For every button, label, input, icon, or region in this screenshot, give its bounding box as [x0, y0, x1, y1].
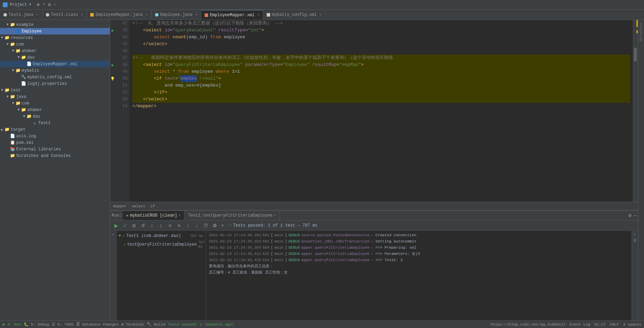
tree-item-dao2[interactable]: ▼ 📁 dao — [0, 113, 110, 120]
code-text — [132, 75, 154, 82]
tab-test1-java[interactable]: Test1.java × — [0, 10, 42, 20]
prev-button[interactable]: ↑ — [184, 222, 192, 229]
code-area[interactable]: <!-- %, 直询忘关有多少条员工数据（这1行以下熟练（来回查询) --> <… — [130, 20, 633, 202]
todo-status-icon[interactable]: ☰ 6: TODO — [52, 322, 73, 327]
stop-button[interactable]: ⊘ — [130, 222, 138, 229]
breadcrumb-separator: › — [147, 204, 149, 208]
gutter-item — [110, 54, 115, 61]
line-ending[interactable]: CRLF — [610, 322, 619, 327]
tree-item-com1[interactable]: ▼ 📁 com — [0, 41, 110, 48]
tab-close-icon[interactable]: × — [81, 13, 83, 17]
class-file-icon — [46, 13, 49, 17]
tab-close-icon[interactable]: × — [195, 13, 198, 17]
tree-item-scratches[interactable]: 📁 Scratches and Consoles — [0, 152, 110, 159]
tab-close-icon[interactable]: × — [319, 13, 322, 17]
run-tab-label: mybatisCRUD [clean] — [130, 213, 177, 218]
add-icon[interactable]: ⊕ — [36, 2, 40, 8]
csdn-url[interactable]: https://blog.csdn.net/qq_41868117 — [491, 322, 566, 327]
code-line: and emp_sex=#{empSex} — [132, 82, 630, 89]
run-log[interactable]: 2021-02-23 17:24:45,382 591 [ main ] DEB… — [206, 231, 632, 320]
test-tree-item-test1[interactable]: ▼ ✓ Test1 (com.ahdeer.dao) 787 ms — [116, 232, 206, 239]
settings-icon[interactable]: ⚙ — [628, 212, 631, 218]
scrollbar-thumb[interactable] — [634, 48, 637, 61]
split-icon[interactable]: ÷ — [42, 2, 46, 8]
line-num: 54 — [117, 103, 127, 110]
minus-icon[interactable]: — — [634, 213, 636, 218]
structure-panel-icon[interactable]: Structure — [639, 23, 643, 41]
tab-employeemapper-xml[interactable]: EmployeeMapper.xml × — [201, 10, 263, 20]
next-button[interactable]: ↓ — [193, 222, 201, 229]
tree-item-pom[interactable]: 📋 pom.xml — [0, 139, 110, 146]
run-status-icon[interactable]: ▶ 4: Run — [3, 322, 21, 327]
test-tree-item-method[interactable]: ✓ testQueryFitCriteriaEmployee 787 ms — [116, 239, 206, 250]
filter-button[interactable]: ↕ — [157, 222, 165, 229]
terminal-icon[interactable]: ⊞ Terminal — [121, 322, 144, 327]
tab-close-icon[interactable]: × — [36, 13, 39, 17]
minimize-icon[interactable]: — — [53, 2, 57, 8]
tree-item-com2[interactable]: ▼ 📁 com — [0, 100, 110, 107]
run-button[interactable]: ▶ — [112, 222, 120, 229]
build-icon[interactable]: 🔨 Build — [147, 322, 165, 327]
tree-item-example[interactable]: ▼ 📁 example — [0, 21, 110, 28]
tree-item-log4j[interactable]: 📄 log4j.properties — [0, 80, 110, 87]
tab-close-icon[interactable]: × — [178, 213, 181, 218]
tree-item-ahdeer1[interactable]: ▼ 📁 ahdeer — [0, 48, 110, 54]
rerun-button[interactable]: ↺ — [139, 222, 147, 229]
tab-employee-java[interactable]: Employee.java × — [152, 10, 201, 20]
expand-button[interactable]: ≡ — [166, 222, 174, 229]
breadcrumb: mapper › select › if — [110, 202, 638, 210]
breadcrumb-item-mapper[interactable]: mapper — [113, 204, 127, 208]
tree-label: test — [11, 88, 21, 93]
tab-close-icon[interactable]: × — [145, 13, 148, 17]
scrollbar-track[interactable] — [633, 20, 638, 202]
log-source: apper.queryFitCriteriaEmployee — [301, 251, 369, 257]
test-tree[interactable]: ▼ ✓ Test1 (com.ahdeer.dao) 787 ms ✓ test… — [116, 231, 206, 320]
tree-item-dao1[interactable]: ▼ 📁 dao — [0, 54, 110, 61]
tree-item-target[interactable]: ▶ 📁 target — [0, 126, 110, 133]
tree-item-employee[interactable]: 👤 Employee — [0, 28, 110, 34]
editor-content[interactable]: ▶ ▶ 💡 — [110, 20, 638, 202]
favorites-icon[interactable]: ★ — [634, 232, 636, 236]
run-tab-mybatiscrud[interactable]: ▶ mybatisCRUD [clean] × — [123, 211, 185, 220]
tree-item-test[interactable]: ▼ 📁 test — [0, 87, 110, 93]
breadcrumb-item-if[interactable]: if — [150, 204, 155, 208]
tree-item-mybatis[interactable]: ▼ 📁 mybatis — [0, 67, 110, 74]
tree-arrow: ▼ — [17, 56, 21, 59]
tree-arrow: ▼ — [11, 101, 15, 105]
log-bracket: ] — [285, 245, 287, 251]
tree-item-external-libraries[interactable]: 📚 External Libraries — [0, 146, 110, 152]
log-seq: 634 — [263, 257, 269, 263]
tree-item-axis-log[interactable]: 📄 axis.log — [0, 133, 110, 139]
sidebar-tree[interactable]: ▼ 📁 example 👤 Employee ▼ 📁 resources ▼ 📁 — [0, 20, 110, 320]
sort-button[interactable]: ↕ — [148, 222, 156, 229]
tree-item-mybatis-config[interactable]: 🔧 mybatis_config.xml — [0, 74, 110, 80]
collapse-button[interactable]: ≡ — [175, 222, 183, 229]
indent-setting[interactable]: 4 spaces — [623, 322, 641, 327]
tab-mybatis-config-xml[interactable]: mybatis_config.xml × — [263, 10, 325, 20]
tree-item-test1[interactable]: ☕ Test1 — [0, 120, 110, 126]
refresh-button[interactable]: ♻ — [211, 222, 218, 229]
breadcrumb-item-select[interactable]: select — [132, 204, 145, 208]
database-changes-icon[interactable]: 🗄 Database Changes — [76, 322, 119, 327]
event-log-link[interactable]: Event Log — [570, 322, 590, 327]
tab-close-icon[interactable]: × — [257, 13, 260, 17]
delete-icon[interactable]: 🗑 — [633, 238, 637, 242]
debug-status-icon[interactable]: 🐛 5: Debug — [24, 322, 49, 327]
gutter-item: ▶ — [110, 61, 115, 68]
tree-item-resources[interactable]: ▼ 📁 resources — [0, 34, 110, 41]
tab-employeemapper-java[interactable]: EmployeeMapper.java × — [87, 10, 151, 20]
tree-item-employeemapper-xml[interactable]: 📄 EmployeeMapper.xml — [0, 61, 110, 67]
log-message: - <== Total: 2 — [371, 257, 402, 263]
tab-test1-class[interactable]: Test1.class × — [42, 10, 87, 20]
line-num: 51 — [117, 82, 127, 89]
test-check-button[interactable]: ✓ — [121, 222, 129, 229]
clock-button[interactable]: ⏱ — [202, 222, 209, 229]
gear-icon[interactable]: ⚙ — [47, 2, 51, 8]
run-tab-test1[interactable]: Test1.testQueryFitCriteriaEmployee × — [185, 211, 280, 220]
tab-employeemapper-java-label: EmployeeMapper.java — [95, 12, 143, 17]
tree-item-java[interactable]: ▼ 📁 java — [0, 93, 110, 100]
structure-icon[interactable]: ≡ — [111, 233, 115, 236]
tab-close-icon[interactable]: × — [274, 213, 276, 218]
code-line: <if test="empSex !=null"> — [132, 75, 630, 82]
tree-item-ahdeer2[interactable]: ▼ 📁 ahdeer — [0, 107, 110, 113]
